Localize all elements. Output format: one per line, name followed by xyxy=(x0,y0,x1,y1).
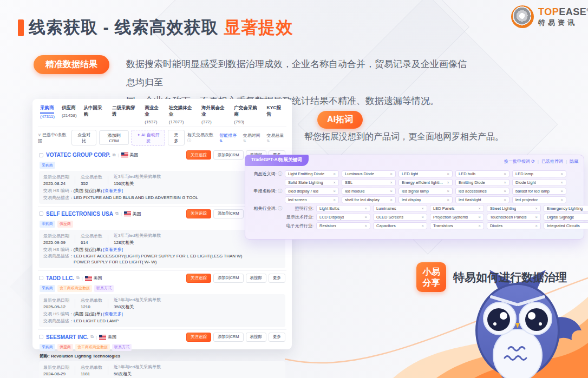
keyword-chip[interactable]: Touchscreen Panels xyxy=(487,214,541,221)
keyword-chip[interactable]: LED bulb xyxy=(455,170,509,177)
keyword-chip[interactable]: Diodes xyxy=(487,222,541,229)
add-to-crm-button[interactable]: 添加到CRM xyxy=(213,274,244,283)
row-checkbox[interactable] xyxy=(39,335,43,339)
company-name-link[interactable]: TADD LLC. xyxy=(46,275,74,281)
keyword-chip[interactable]: Integrated Circuits xyxy=(544,222,588,229)
keyword-chip[interactable]: Capacitors xyxy=(373,222,427,229)
keyword-chip[interactable]: led signal lamp xyxy=(398,188,453,195)
keyword-chip[interactable]: Projection Systems xyxy=(430,214,484,221)
keyword-chip[interactable]: Emergency Lighting xyxy=(544,205,588,212)
tab-suppliers[interactable]: 供应商(21458) xyxy=(62,105,77,124)
row-checkbox[interactable] xyxy=(39,276,43,280)
keyword-chip[interactable]: Street Lighting xyxy=(487,205,541,212)
keyword-chip[interactable]: led display xyxy=(398,196,453,203)
company-name-link[interactable]: SELF ELECTRONICS USA xyxy=(46,211,113,217)
keyword-chip[interactable]: led accessories xyxy=(455,188,509,195)
email-search-button[interactable]: 易搜邮 xyxy=(246,274,267,283)
keyword-chip[interactable]: Solid State Lighting xyxy=(285,179,339,186)
logo-brand-ease: EASE xyxy=(559,6,586,17)
follow-track-button[interactable]: 关注追踪 xyxy=(186,274,211,283)
logo-brand-cn: 特易资讯 xyxy=(538,19,588,26)
sort-trade-time[interactable]: 交易时间 xyxy=(243,132,263,143)
results-toolbar: 已选中0条数据 企业对比 添加到CRM AI 自动开发 更多 相关交易次数 智能… xyxy=(38,130,286,145)
open-company-icon[interactable] xyxy=(90,334,94,340)
keyword-chip[interactable]: Light Emitting Diode xyxy=(285,170,339,177)
company-name-link[interactable]: VOTATEC GROUP CORP. xyxy=(46,152,110,158)
more-button[interactable]: 更多 xyxy=(269,274,285,283)
selected-keywords-link[interactable]: 已选推荐词 xyxy=(541,158,563,164)
keyword-chip[interactable]: LCD Displays xyxy=(316,214,370,221)
open-company-icon[interactable] xyxy=(113,152,116,158)
keyword-chip[interactable]: led flashlight xyxy=(455,196,509,203)
keyword-chip[interactable]: SSL xyxy=(342,179,396,186)
keyword-chip[interactable]: Diode Light xyxy=(512,179,566,186)
total-trades: 1181 xyxy=(81,372,102,376)
open-company-icon[interactable] xyxy=(115,211,119,216)
add-to-crm-button[interactable]: 添加到CRM xyxy=(213,209,244,218)
keyword-chip[interactable]: led screen xyxy=(285,196,339,203)
follow-track-button[interactable]: 关注追踪 xyxy=(186,333,211,342)
tag-contact-info: 联系方式 xyxy=(94,285,114,292)
keyword-chip[interactable]: ballast for led lamp xyxy=(512,188,566,195)
follow-track-button[interactable]: 关注追踪 xyxy=(186,209,211,218)
row-checkbox[interactable] xyxy=(39,153,43,157)
tab-secondary-procurement[interactable]: 二级采购穿透 xyxy=(112,105,138,124)
topease-logo-icon xyxy=(511,5,534,28)
info-icon xyxy=(277,189,282,194)
tab-buyers[interactable]: 采购商(47311) xyxy=(40,105,55,124)
tab-canton-fair-buyers[interactable]: 广交会采购商(793) xyxy=(234,105,259,124)
ai-auto-develop-button[interactable]: AI 自动开发 xyxy=(132,130,165,145)
company-detail-panel: 最新交易日期2024-08-29 总交易单数1181 近3年与led相关采购单数… xyxy=(39,361,285,378)
keyword-chip[interactable]: Light Bulbs xyxy=(316,205,370,212)
company-name-link[interactable]: SEESMART INC. xyxy=(46,334,88,340)
keyword-chip[interactable]: Digital Signage xyxy=(544,214,588,221)
keyword-chip[interactable]: LED Panels xyxy=(430,205,484,212)
keyword-chip[interactable]: led projector xyxy=(512,196,566,203)
related-industry-group-label: 相关行业词: xyxy=(249,205,282,211)
related-trades: 58次相关 xyxy=(114,371,161,377)
open-company-icon[interactable] xyxy=(76,275,80,281)
more-button[interactable]: 更多 xyxy=(269,333,285,342)
keyword-chip[interactable]: LED light xyxy=(398,170,453,177)
keyword-chip[interactable]: OLED Screens xyxy=(373,214,427,221)
view-more-link[interactable]: [查看更多] xyxy=(103,188,122,193)
sort-trade-count[interactable]: 相关交易次数 xyxy=(187,132,215,143)
tab-overseas-exhibitors[interactable]: 海外展会企业(372) xyxy=(201,105,227,124)
keyword-chip[interactable]: Resistors xyxy=(316,222,370,229)
keyword-chip[interactable]: Luminous Diode xyxy=(342,170,396,177)
selected-count[interactable]: 已选中0条数据 xyxy=(38,132,68,144)
sort-smart[interactable]: 智能排序 xyxy=(219,132,239,143)
keyword-chip[interactable]: shell for led display xyxy=(342,196,396,203)
keyword-chip[interactable]: led module xyxy=(342,188,396,195)
follow-track-button[interactable]: 关注追踪 xyxy=(186,150,211,160)
goods-description: LED LIGHT ACCESSORY(LIGHT) POWER SUPPLY … xyxy=(74,254,242,266)
keyword-chip[interactable]: Emitting Diode xyxy=(455,179,509,186)
compare-button[interactable]: 企业对比 xyxy=(71,130,96,145)
tab-social-media-companies[interactable]: 社交媒体企业(17077) xyxy=(169,105,194,124)
tab-commercial-companies[interactable]: 商业企业(1537) xyxy=(145,105,162,124)
view-more-link[interactable]: [查看更多] xyxy=(103,311,122,316)
total-trades: 352 xyxy=(81,181,102,186)
hide-panel-link[interactable]: 隐藏 xyxy=(570,158,578,164)
more-button[interactable]: 更多 xyxy=(168,130,185,145)
add-to-crm-button[interactable]: 添加到CRM xyxy=(99,130,129,145)
email-search-button[interactable]: 易搜邮 xyxy=(246,333,267,342)
us-flag-icon xyxy=(124,211,131,216)
keyword-chip[interactable]: LED lamp xyxy=(512,170,566,177)
row-checkbox[interactable] xyxy=(39,211,43,216)
sort-trade-volume[interactable]: 交易总量 xyxy=(266,132,286,143)
goods-description: LED FIXTURE AND LED BULB AND LED ADVERTI… xyxy=(74,195,198,201)
keyword-chip[interactable]: Energy-efficient lighti... xyxy=(398,179,453,186)
view-more-link[interactable]: [查看更多] xyxy=(103,247,122,252)
keyword-chip[interactable]: Transistors xyxy=(430,222,484,229)
tradegpt-keyword-panel: TradeGPT-AI拓展关键词 换一批申报词 | 已选推荐词 | 隐藏 商品近… xyxy=(245,155,584,240)
add-to-crm-button[interactable]: 添加到CRM xyxy=(213,333,244,342)
ai-expand-description: 帮您拓展没想到的产品词，更全面地网罗相关产品。 xyxy=(304,131,504,143)
tab-buy-from-china[interactable]: 从中国采购 xyxy=(84,105,105,124)
keyword-chip[interactable]: oled display / led xyxy=(285,188,339,195)
add-to-crm-button[interactable]: 添加到CRM xyxy=(213,150,244,160)
keyword-chip[interactable]: Luminaires xyxy=(373,205,427,212)
refresh-keywords-link[interactable]: 换一批申报词 xyxy=(504,158,535,164)
tag-supplier: 供应商 xyxy=(57,221,73,228)
tab-kyc-report[interactable]: KYC报告 xyxy=(267,105,284,124)
